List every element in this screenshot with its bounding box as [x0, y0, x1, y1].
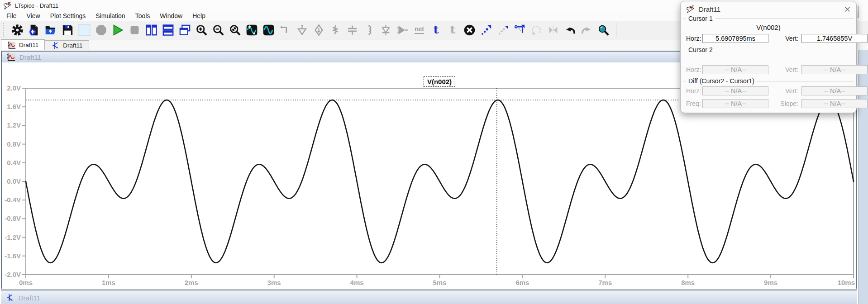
- x-tick-label: 0ms: [19, 279, 33, 286]
- schematic-window-icon: [5, 293, 14, 302]
- waveform-window-icon: [6, 52, 15, 62]
- toolbar-zoom-out-button[interactable]: [210, 22, 227, 38]
- toolbar-text-button[interactable]: t: [428, 22, 444, 38]
- spice-directive-icon: t: [450, 25, 456, 34]
- x-tick-label: 7ms: [598, 279, 612, 286]
- diff-vert-label: Vert:: [779, 87, 798, 95]
- diff-group-rule: Diff (Cursor2 - Cursor1): [683, 78, 854, 84]
- waveform-window-title: Draft11: [19, 53, 41, 61]
- toolbar-separator: [616, 23, 616, 37]
- tab-draft11-schematic[interactable]: Draft11: [45, 40, 89, 50]
- diff-group-label: Diff (Cursor2 - Cursor1): [688, 77, 754, 85]
- x-tick-label: 2ms: [185, 279, 198, 286]
- toolbar-tile-vertically-button[interactable]: [143, 22, 160, 38]
- drag-icon: [497, 24, 509, 36]
- new-schematic-icon: [28, 24, 40, 36]
- menu-tools[interactable]: Tools: [130, 11, 155, 20]
- tab-label: Draft11: [63, 42, 82, 49]
- toolbar-diode-button: [377, 22, 394, 38]
- resistor-icon: [329, 24, 342, 36]
- trace-legend-label[interactable]: V(n002): [424, 76, 455, 87]
- y-tick-label: -2.0V: [5, 271, 21, 278]
- toolbar-find-button[interactable]: [595, 22, 612, 38]
- toolbar-inductor-button: [361, 22, 377, 38]
- tile-vertically-icon: [145, 24, 157, 36]
- toolbar-spice-directive-button: t: [444, 22, 461, 38]
- x-tick-label: 5ms: [433, 279, 446, 286]
- capacitor-icon: [346, 24, 358, 36]
- toolbar-zoom-full-extents-button[interactable]: [227, 22, 243, 38]
- cursor-dialog-logo-icon: [686, 5, 695, 14]
- toolbar-tile-horizontally-button[interactable]: [160, 22, 176, 38]
- toolbar-wire-button: [277, 22, 294, 38]
- cursor2-vert-label: Vert:: [779, 66, 798, 73]
- tab-draft11-waveform[interactable]: Draft11: [1, 39, 45, 50]
- save-icon: [62, 24, 74, 36]
- toolbar-delete-button[interactable]: [461, 22, 478, 38]
- rotate-icon: [530, 24, 543, 36]
- y-tick-label: 2.0V: [7, 84, 21, 92]
- cursor-dialog-titlebar[interactable]: Draft11: [686, 4, 852, 14]
- toolbar-drag-button: [495, 22, 511, 38]
- toolbar-run-button[interactable]: [110, 22, 126, 38]
- diff-horz-label: Horz:: [686, 87, 702, 95]
- y-tick-label: -0.4V: [5, 196, 21, 204]
- zoom-in-icon: [196, 24, 208, 36]
- cursor-dialog-title: Draft11: [699, 5, 720, 13]
- wire-icon: [279, 24, 291, 36]
- waveform-tab-icon: [7, 41, 16, 49]
- mirror-icon: [547, 24, 559, 36]
- empty-slot-icon: [78, 24, 91, 36]
- diff-freq-label: Freq:: [686, 100, 702, 107]
- toolbar-move-button[interactable]: [478, 22, 495, 38]
- cursor2-horz-label: Horz:: [686, 66, 702, 73]
- toolbar-open-button[interactable]: [43, 22, 59, 38]
- autorange-y-axis-icon: [246, 24, 258, 36]
- menu-view[interactable]: View: [22, 11, 45, 20]
- x-tick-label: 3ms: [267, 279, 281, 286]
- toolbar-new-schematic-button[interactable]: [26, 22, 43, 38]
- halt-icon: [129, 24, 141, 36]
- open-icon: [45, 24, 57, 36]
- y-tick-label: 0.8V: [7, 140, 21, 148]
- toolbar-resistor-button: [327, 22, 344, 38]
- cascade-windows-icon: [179, 24, 191, 36]
- move-icon: [480, 24, 492, 36]
- menu-plot-settings[interactable]: Plot Settings: [45, 11, 91, 20]
- toolbar-autorange-y-axis-button[interactable]: [243, 22, 260, 38]
- toolbar-control-panel-button[interactable]: [9, 22, 26, 38]
- diff-row: Horz: -- N/A-- Vert: -- N/A--: [686, 86, 868, 96]
- diode-icon: [380, 24, 392, 36]
- redo-icon: [581, 24, 593, 36]
- diff-slope-label: Slope:: [779, 100, 798, 107]
- x-tick-label: 10ms: [838, 279, 855, 286]
- toolbar-halt-button: [126, 22, 143, 38]
- menu-help[interactable]: Help: [187, 11, 210, 20]
- toolbar-save-button[interactable]: [59, 22, 76, 38]
- cursor2-vert-field: -- N/A--: [801, 65, 868, 74]
- cursor-dialog-close-icon[interactable]: [843, 5, 852, 14]
- schematic-tab-icon: [51, 41, 60, 50]
- toolbar-paste-button[interactable]: [511, 22, 528, 38]
- toolbar-zoom-in-button[interactable]: [193, 22, 210, 38]
- toolbar-redo-button: [578, 22, 595, 38]
- cursor1-group-rule: Cursor 1: [683, 15, 854, 22]
- cursor1-horz-field[interactable]: 5.6907895ms: [702, 34, 768, 43]
- toolbar-undo-button[interactable]: [562, 22, 578, 38]
- zoom-full-extents-icon: [229, 24, 241, 36]
- toolbar-rotate-button: [528, 22, 545, 38]
- tile-horizontally-icon: [162, 24, 174, 36]
- menu-window[interactable]: Window: [155, 11, 187, 20]
- toolbar-plot-pane-button[interactable]: [260, 22, 277, 38]
- menu-simulation[interactable]: Simulation: [91, 11, 130, 20]
- net-label-icon: net: [415, 26, 424, 33]
- inductor-icon: [363, 24, 375, 36]
- y-tick-label: 1.2V: [7, 121, 21, 129]
- voltage-source-icon: [313, 24, 325, 36]
- toolbar-voltage-source-button: [310, 22, 327, 38]
- paste-icon: [514, 24, 526, 36]
- cursor1-vert-field[interactable]: 1.7465855V: [801, 34, 868, 43]
- menu-file[interactable]: File: [1, 11, 22, 20]
- schematic-window-titlebar[interactable]: Draft11: [1, 290, 857, 304]
- toolbar-cascade-windows-button[interactable]: [176, 22, 193, 38]
